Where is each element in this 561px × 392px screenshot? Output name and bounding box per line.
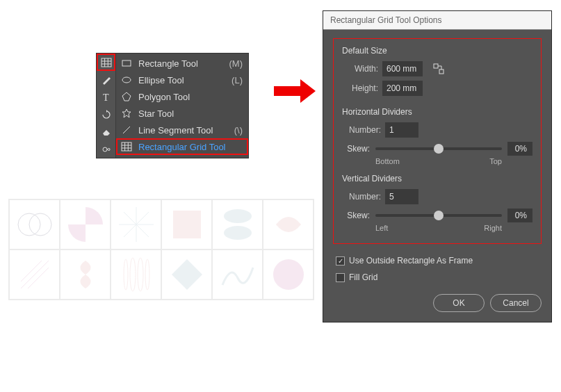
default-size-title: Default Size xyxy=(342,46,532,56)
cancel-button[interactable]: Cancel xyxy=(490,294,542,312)
outside-rect-label: Use Outside Rectangle As Frame xyxy=(349,256,473,266)
menu-label: Polygon Tool xyxy=(138,92,230,102)
svg-line-11 xyxy=(123,126,130,133)
arrow-icon xyxy=(274,79,316,105)
menu-label: Rectangular Grid Tool xyxy=(138,142,230,152)
type-icon[interactable]: T xyxy=(97,88,115,106)
width-input[interactable] xyxy=(382,61,423,76)
grid-icon xyxy=(120,140,133,153)
menu-item-rect-grid[interactable]: Rectangular Grid Tool xyxy=(116,138,248,155)
v-number-input[interactable] xyxy=(385,189,418,204)
menu-shortcut: (\) xyxy=(227,125,243,136)
h-number-input[interactable] xyxy=(385,122,418,138)
v-skew-high: Right xyxy=(484,224,502,232)
dialog-title: Rectangular Grid Tool Options xyxy=(323,11,551,30)
star-icon xyxy=(120,107,133,120)
svg-marker-9 xyxy=(122,92,131,101)
v-number-label: Number: xyxy=(342,192,381,202)
v-skew-slider[interactable] xyxy=(375,214,502,217)
v-skew-label: Skew: xyxy=(342,211,370,220)
svg-text:T: T xyxy=(103,92,109,103)
svg-point-30 xyxy=(224,209,252,223)
fill-grid-checkbox[interactable]: Fill Grid xyxy=(333,270,542,284)
tool-flyout: T Rectangle Tool (M) Ellipse Tool (L) Po… xyxy=(96,53,249,158)
h-skew-value[interactable]: 0% xyxy=(507,142,532,156)
menu-shortcut: (L) xyxy=(225,75,243,85)
ok-button[interactable]: OK xyxy=(433,294,485,312)
h-skew-high: Top xyxy=(489,157,502,165)
svg-point-6 xyxy=(103,147,107,152)
grid-tool-icon[interactable] xyxy=(97,54,115,71)
svg-point-40 xyxy=(273,259,304,290)
fill-grid-label: Fill Grid xyxy=(349,272,377,282)
eraser-icon[interactable] xyxy=(97,123,115,140)
tool-menu: Rectangle Tool (M) Ellipse Tool (L) Poly… xyxy=(116,54,248,158)
h-div-title: Horizontal Dividers xyxy=(342,107,532,117)
h-skew-slider[interactable] xyxy=(375,147,502,150)
svg-rect-19 xyxy=(434,64,438,68)
svg-point-36 xyxy=(130,258,136,291)
menu-item-star[interactable]: Star Tool xyxy=(116,105,248,122)
svg-point-38 xyxy=(145,259,149,290)
svg-rect-7 xyxy=(122,60,131,66)
svg-marker-18 xyxy=(300,79,316,103)
v-skew-value[interactable]: 0% xyxy=(507,209,532,222)
menu-label: Rectangle Tool xyxy=(138,58,217,69)
checkbox-icon xyxy=(336,273,345,282)
height-label: Height: xyxy=(342,83,378,93)
rectangle-icon xyxy=(120,57,133,70)
grid-options-dialog: Rectangular Grid Tool Options Default Si… xyxy=(323,10,552,322)
svg-point-8 xyxy=(122,77,131,83)
svg-rect-12 xyxy=(122,142,131,151)
checkbox-icon: ✓ xyxy=(336,256,345,266)
menu-item-ellipse[interactable]: Ellipse Tool (L) xyxy=(116,72,248,88)
constrain-icon[interactable] xyxy=(432,63,445,75)
menu-shortcut: (M) xyxy=(222,58,243,69)
v-div-title: Vertical Dividers xyxy=(342,174,532,183)
ellipse-icon xyxy=(120,74,133,86)
svg-point-37 xyxy=(138,258,143,291)
line-icon xyxy=(120,124,133,136)
svg-rect-29 xyxy=(173,211,201,238)
svg-rect-0 xyxy=(101,58,111,67)
svg-rect-20 xyxy=(439,70,444,74)
h-skew-low: Bottom xyxy=(375,157,400,165)
h-skew-label: Skew: xyxy=(342,144,370,154)
polygon-icon xyxy=(120,90,133,103)
options-highlight-box: Default Size Width: Height: Horizontal D… xyxy=(333,38,542,244)
width-label: Width: xyxy=(342,64,378,74)
svg-line-32 xyxy=(21,261,49,288)
grid-preview xyxy=(8,199,314,300)
menu-item-rectangle[interactable]: Rectangle Tool (M) xyxy=(116,55,248,72)
toolbar: T xyxy=(97,54,116,158)
height-input[interactable] xyxy=(382,81,423,96)
svg-point-35 xyxy=(124,259,128,290)
h-number-label: Number: xyxy=(342,125,381,135)
menu-label: Star Tool xyxy=(138,108,230,119)
menu-label: Ellipse Tool xyxy=(138,75,219,85)
svg-marker-10 xyxy=(122,109,131,117)
svg-point-31 xyxy=(224,226,252,240)
svg-rect-17 xyxy=(274,86,300,96)
symbol-icon[interactable] xyxy=(97,140,115,158)
brush-icon[interactable] xyxy=(97,71,115,88)
v-skew-low: Left xyxy=(375,224,388,232)
outside-rect-checkbox[interactable]: ✓ Use Outside Rectangle As Frame xyxy=(333,254,542,268)
menu-item-line[interactable]: Line Segment Tool (\) xyxy=(116,122,248,138)
menu-item-polygon[interactable]: Polygon Tool xyxy=(116,88,248,105)
svg-marker-39 xyxy=(172,259,202,290)
rotate-icon[interactable] xyxy=(97,106,115,123)
menu-label: Line Segment Tool xyxy=(138,125,222,136)
